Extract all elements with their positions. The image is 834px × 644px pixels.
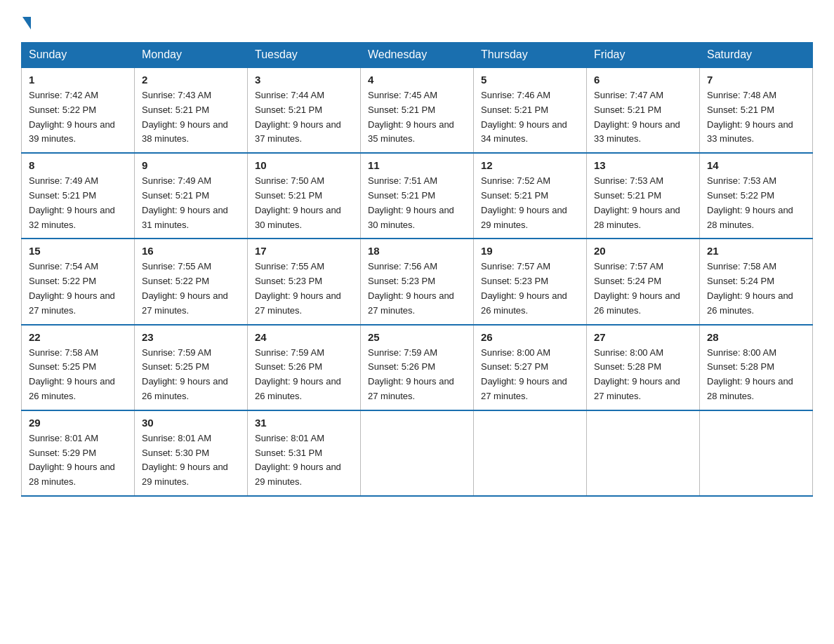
- day-number: 24: [255, 331, 353, 343]
- calendar-week-row: 29Sunrise: 8:01 AMSunset: 5:29 PMDayligh…: [22, 410, 813, 496]
- logo: [21, 14, 31, 29]
- day-info: Sunrise: 7:46 AMSunset: 5:21 PMDaylight:…: [481, 88, 579, 147]
- day-info: Sunrise: 7:58 AMSunset: 5:25 PMDaylight:…: [29, 346, 127, 404]
- calendar-cell: 21Sunrise: 7:58 AMSunset: 5:24 PMDayligh…: [700, 239, 813, 324]
- day-number: 10: [255, 159, 353, 171]
- day-info: Sunrise: 7:58 AMSunset: 5:24 PMDaylight:…: [707, 260, 805, 318]
- day-number: 29: [29, 417, 127, 429]
- calendar-cell: 10Sunrise: 7:50 AMSunset: 5:21 PMDayligh…: [248, 153, 361, 239]
- weekday-header-row: SundayMondayTuesdayWednesdayThursdayFrid…: [22, 43, 813, 68]
- calendar-cell: 16Sunrise: 7:55 AMSunset: 5:22 PMDayligh…: [135, 239, 248, 324]
- logo-arrow-icon: [22, 17, 31, 29]
- day-number: 23: [142, 331, 240, 343]
- day-info: Sunrise: 7:43 AMSunset: 5:21 PMDaylight:…: [142, 88, 240, 147]
- calendar-cell: 30Sunrise: 8:01 AMSunset: 5:30 PMDayligh…: [135, 410, 248, 496]
- day-info: Sunrise: 8:01 AMSunset: 5:31 PMDaylight:…: [255, 431, 353, 490]
- calendar-cell: 27Sunrise: 8:00 AMSunset: 5:28 PMDayligh…: [587, 325, 700, 410]
- calendar-cell: 6Sunrise: 7:47 AMSunset: 5:21 PMDaylight…: [587, 67, 700, 153]
- day-info: Sunrise: 7:48 AMSunset: 5:21 PMDaylight:…: [707, 88, 805, 147]
- calendar-cell: 15Sunrise: 7:54 AMSunset: 5:22 PMDayligh…: [22, 239, 135, 324]
- day-info: Sunrise: 7:51 AMSunset: 5:21 PMDaylight:…: [368, 174, 466, 232]
- calendar-week-row: 8Sunrise: 7:49 AMSunset: 5:21 PMDaylight…: [22, 153, 813, 239]
- weekday-header-tuesday: Tuesday: [248, 43, 361, 68]
- day-number: 19: [481, 245, 579, 257]
- weekday-header-friday: Friday: [587, 43, 700, 68]
- calendar-cell: 25Sunrise: 7:59 AMSunset: 5:26 PMDayligh…: [361, 325, 474, 410]
- weekday-header-sunday: Sunday: [22, 43, 135, 68]
- calendar-cell: 12Sunrise: 7:52 AMSunset: 5:21 PMDayligh…: [474, 153, 587, 239]
- day-number: 4: [368, 74, 466, 86]
- day-number: 3: [255, 74, 353, 86]
- calendar-cell: 11Sunrise: 7:51 AMSunset: 5:21 PMDayligh…: [361, 153, 474, 239]
- calendar-cell: 17Sunrise: 7:55 AMSunset: 5:23 PMDayligh…: [248, 239, 361, 324]
- calendar-cell: 28Sunrise: 8:00 AMSunset: 5:28 PMDayligh…: [700, 325, 813, 410]
- day-info: Sunrise: 7:49 AMSunset: 5:21 PMDaylight:…: [142, 174, 240, 232]
- calendar-cell: [361, 410, 474, 496]
- calendar-week-row: 1Sunrise: 7:42 AMSunset: 5:22 PMDaylight…: [22, 67, 813, 153]
- day-number: 7: [707, 74, 805, 86]
- calendar-cell: 20Sunrise: 7:57 AMSunset: 5:24 PMDayligh…: [587, 239, 700, 324]
- day-number: 9: [142, 159, 240, 171]
- day-info: Sunrise: 7:53 AMSunset: 5:22 PMDaylight:…: [707, 174, 805, 232]
- day-number: 2: [142, 74, 240, 86]
- day-number: 25: [368, 331, 466, 343]
- day-info: Sunrise: 7:49 AMSunset: 5:21 PMDaylight:…: [29, 174, 127, 232]
- day-info: Sunrise: 7:55 AMSunset: 5:22 PMDaylight:…: [142, 260, 240, 318]
- day-info: Sunrise: 7:47 AMSunset: 5:21 PMDaylight:…: [594, 88, 692, 147]
- calendar-cell: 18Sunrise: 7:56 AMSunset: 5:23 PMDayligh…: [361, 239, 474, 324]
- calendar-cell: 29Sunrise: 8:01 AMSunset: 5:29 PMDayligh…: [22, 410, 135, 496]
- calendar-cell: 22Sunrise: 7:58 AMSunset: 5:25 PMDayligh…: [22, 325, 135, 410]
- day-info: Sunrise: 8:00 AMSunset: 5:27 PMDaylight:…: [481, 346, 579, 404]
- day-info: Sunrise: 7:59 AMSunset: 5:26 PMDaylight:…: [368, 346, 466, 404]
- day-number: 12: [481, 159, 579, 171]
- day-info: Sunrise: 7:50 AMSunset: 5:21 PMDaylight:…: [255, 174, 353, 232]
- day-number: 8: [29, 159, 127, 171]
- calendar-week-row: 15Sunrise: 7:54 AMSunset: 5:22 PMDayligh…: [22, 239, 813, 324]
- day-number: 11: [368, 159, 466, 171]
- calendar-cell: [474, 410, 587, 496]
- calendar-cell: 9Sunrise: 7:49 AMSunset: 5:21 PMDaylight…: [135, 153, 248, 239]
- calendar-cell: [700, 410, 813, 496]
- calendar-cell: 23Sunrise: 7:59 AMSunset: 5:25 PMDayligh…: [135, 325, 248, 410]
- calendar-cell: 7Sunrise: 7:48 AMSunset: 5:21 PMDaylight…: [700, 67, 813, 153]
- calendar-cell: 1Sunrise: 7:42 AMSunset: 5:22 PMDaylight…: [22, 67, 135, 153]
- calendar-cell: 26Sunrise: 8:00 AMSunset: 5:27 PMDayligh…: [474, 325, 587, 410]
- day-info: Sunrise: 7:59 AMSunset: 5:26 PMDaylight:…: [255, 346, 353, 404]
- day-number: 28: [707, 331, 805, 343]
- day-info: Sunrise: 8:01 AMSunset: 5:29 PMDaylight:…: [29, 431, 127, 490]
- calendar-cell: 13Sunrise: 7:53 AMSunset: 5:21 PMDayligh…: [587, 153, 700, 239]
- calendar-cell: 19Sunrise: 7:57 AMSunset: 5:23 PMDayligh…: [474, 239, 587, 324]
- day-info: Sunrise: 7:57 AMSunset: 5:24 PMDaylight:…: [594, 260, 692, 318]
- calendar-cell: 4Sunrise: 7:45 AMSunset: 5:21 PMDaylight…: [361, 67, 474, 153]
- day-number: 21: [707, 245, 805, 257]
- day-number: 16: [142, 245, 240, 257]
- weekday-header-wednesday: Wednesday: [361, 43, 474, 68]
- day-info: Sunrise: 7:54 AMSunset: 5:22 PMDaylight:…: [29, 260, 127, 318]
- day-number: 30: [142, 417, 240, 429]
- day-info: Sunrise: 7:53 AMSunset: 5:21 PMDaylight:…: [594, 174, 692, 232]
- day-number: 20: [594, 245, 692, 257]
- calendar-cell: 2Sunrise: 7:43 AMSunset: 5:21 PMDaylight…: [135, 67, 248, 153]
- calendar-table: SundayMondayTuesdayWednesdayThursdayFrid…: [21, 42, 813, 497]
- weekday-header-saturday: Saturday: [700, 43, 813, 68]
- day-info: Sunrise: 7:42 AMSunset: 5:22 PMDaylight:…: [29, 88, 127, 147]
- day-number: 14: [707, 159, 805, 171]
- calendar-cell: 31Sunrise: 8:01 AMSunset: 5:31 PMDayligh…: [248, 410, 361, 496]
- day-info: Sunrise: 8:00 AMSunset: 5:28 PMDaylight:…: [594, 346, 692, 404]
- calendar-cell: 24Sunrise: 7:59 AMSunset: 5:26 PMDayligh…: [248, 325, 361, 410]
- day-info: Sunrise: 7:57 AMSunset: 5:23 PMDaylight:…: [481, 260, 579, 318]
- day-info: Sunrise: 7:56 AMSunset: 5:23 PMDaylight:…: [368, 260, 466, 318]
- day-info: Sunrise: 7:45 AMSunset: 5:21 PMDaylight:…: [368, 88, 466, 147]
- day-info: Sunrise: 8:00 AMSunset: 5:28 PMDaylight:…: [707, 346, 805, 404]
- calendar-cell: [587, 410, 700, 496]
- calendar-week-row: 22Sunrise: 7:58 AMSunset: 5:25 PMDayligh…: [22, 325, 813, 410]
- day-number: 13: [594, 159, 692, 171]
- page-header: [21, 14, 813, 29]
- day-number: 6: [594, 74, 692, 86]
- day-number: 22: [29, 331, 127, 343]
- day-number: 15: [29, 245, 127, 257]
- weekday-header-thursday: Thursday: [474, 43, 587, 68]
- day-number: 5: [481, 74, 579, 86]
- calendar-cell: 3Sunrise: 7:44 AMSunset: 5:21 PMDaylight…: [248, 67, 361, 153]
- day-info: Sunrise: 7:52 AMSunset: 5:21 PMDaylight:…: [481, 174, 579, 232]
